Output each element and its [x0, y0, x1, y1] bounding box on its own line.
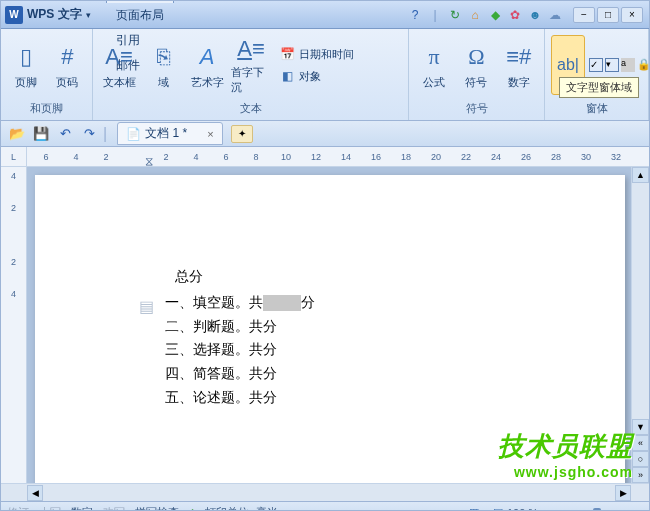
- indent-marker-icon[interactable]: ⧖: [145, 154, 153, 168]
- object-icon: ◧: [279, 68, 295, 84]
- ruler-tick: 28: [541, 152, 571, 162]
- prev-page-icon[interactable]: «: [632, 435, 649, 451]
- home-icon[interactable]: ⌂: [467, 7, 483, 23]
- ruler-tick: 6: [211, 152, 241, 162]
- doc-line: 五、论述题。共分: [165, 386, 625, 410]
- quick-access-toolbar: 📂 💾 ↶ ↷ | 📄 文档 1 * × ✦: [1, 121, 649, 147]
- horizontal-scrollbar[interactable]: ◀ ▶: [1, 483, 649, 501]
- ruler-tick: 8: [241, 152, 271, 162]
- browse-object-icon[interactable]: ○: [632, 451, 649, 467]
- ribbon-tab[interactable]: 页面布局: [106, 3, 174, 28]
- new-tab-button[interactable]: ✦: [231, 125, 253, 143]
- shading-form-icon[interactable]: a: [621, 58, 635, 72]
- group-label: 窗体: [551, 99, 642, 118]
- close-tab-button[interactable]: ×: [207, 128, 213, 140]
- ruler-tick: 4: [11, 289, 16, 299]
- scroll-down-icon[interactable]: ▼: [632, 419, 649, 435]
- horizontal-ruler: L ⧖6422468101214161820222426283032: [1, 147, 649, 167]
- zoom-value[interactable]: 100 %: [507, 507, 538, 512]
- vertical-scrollbar[interactable]: ▲ ▼ « ○ »: [631, 167, 649, 483]
- ruler-tick: 20: [421, 152, 451, 162]
- app-green-icon[interactable]: ◆: [487, 7, 503, 23]
- zoom-out-button[interactable]: −: [542, 507, 548, 512]
- dropcap-button[interactable]: A≡首字下沉: [231, 35, 271, 95]
- ruler-tick: 4: [181, 152, 211, 162]
- cloud-icon[interactable]: ☁: [547, 7, 563, 23]
- ruler-tick: 2: [11, 257, 16, 267]
- footer-icon: ▯: [10, 41, 42, 73]
- formula-button[interactable]: π公式: [415, 35, 453, 95]
- ruler-corner: L: [1, 147, 27, 166]
- omega-icon: Ω: [460, 41, 492, 73]
- vertical-ruler: 4224: [1, 167, 27, 483]
- scroll-left-icon[interactable]: ◀: [27, 485, 43, 501]
- group-label: 文本: [99, 99, 402, 118]
- status-unit-value[interactable]: 毫米: [256, 505, 278, 511]
- status-ovr[interactable]: 改写: [103, 505, 125, 511]
- help-icon[interactable]: ?: [407, 7, 423, 23]
- document-body[interactable]: 总分 一、填空题。共分二、判断题。共分三、选择题。共分四、简答题。共分五、论述题…: [165, 265, 625, 410]
- group-label: 和页脚: [7, 99, 86, 118]
- number-button[interactable]: ≡#数字: [500, 35, 538, 95]
- ruler-tick: 14: [331, 152, 361, 162]
- page-number-button[interactable]: #页码: [49, 35, 87, 95]
- separator: |: [427, 7, 443, 23]
- object-button[interactable]: ◧对象: [275, 66, 358, 86]
- textbox-button[interactable]: A≡文本框: [99, 35, 139, 95]
- open-button[interactable]: 📂: [7, 124, 27, 144]
- close-button[interactable]: ×: [621, 7, 643, 23]
- form-field[interactable]: [263, 295, 301, 311]
- save-button[interactable]: 💾: [31, 124, 51, 144]
- watermark: 技术员联盟 www.jsgho.com: [498, 429, 633, 480]
- doc-line: 三、选择题。共分: [165, 338, 625, 362]
- status-num[interactable]: 数字: [71, 505, 93, 511]
- document-tab[interactable]: 📄 文档 1 * ×: [117, 122, 222, 145]
- field-button[interactable]: ⎘域: [143, 35, 183, 95]
- status-caps[interactable]: 大写: [39, 505, 61, 511]
- scroll-right-icon[interactable]: ▶: [615, 485, 631, 501]
- refresh-icon[interactable]: ↻: [447, 7, 463, 23]
- next-page-icon[interactable]: »: [632, 467, 649, 483]
- footer-button[interactable]: ▯页脚: [7, 35, 45, 95]
- datetime-button[interactable]: 📅日期和时间: [275, 44, 358, 64]
- spell-icon[interactable]: ✓: [186, 506, 195, 511]
- doc-line: 二、判断题。共分: [165, 315, 625, 339]
- view-print-icon[interactable]: ▦: [469, 506, 479, 511]
- document-glyph-icon: ▤: [139, 297, 157, 315]
- pagenum-icon: #: [51, 41, 83, 73]
- app-menu-dropdown[interactable]: ▾: [86, 10, 98, 20]
- minimize-button[interactable]: −: [573, 7, 595, 23]
- watermark-title: 技术员联盟: [498, 429, 633, 464]
- zoom-in-button[interactable]: +: [637, 507, 643, 512]
- user-icon[interactable]: ☻: [527, 7, 543, 23]
- undo-button[interactable]: ↶: [55, 124, 75, 144]
- redo-button[interactable]: ↷: [79, 124, 99, 144]
- wordart-button[interactable]: A艺术字: [187, 35, 227, 95]
- ruler-tick: 32: [601, 152, 631, 162]
- doc-heading: 总分: [175, 265, 625, 289]
- status-unit-label: 打印单位:: [205, 505, 252, 511]
- watermark-url: www.jsgho.com: [498, 464, 633, 480]
- ribbon: ▯页脚 #页码 和页脚 A≡文本框 ⎘域 A艺术字 A≡首字下沉 📅日期和时间 …: [1, 29, 649, 121]
- lock-form-icon[interactable]: 🔒: [637, 58, 650, 72]
- symbol-button[interactable]: Ω符号: [457, 35, 495, 95]
- status-spell-label: 拼写检查:: [135, 505, 182, 511]
- ruler-tick: 22: [451, 152, 481, 162]
- title-icon-strip: ? | ↻ ⌂ ◆ ✿ ☻ ☁ − □ ×: [407, 7, 649, 23]
- dropdown-form-icon[interactable]: ▾: [605, 58, 619, 72]
- ruler-tick: 4: [61, 152, 91, 162]
- ruler-tick: 10: [271, 152, 301, 162]
- ruler-tick: 18: [391, 152, 421, 162]
- status-rev[interactable]: 修订: [7, 505, 29, 511]
- maximize-button[interactable]: □: [597, 7, 619, 23]
- flower-icon[interactable]: ✿: [507, 7, 523, 23]
- group-label: 符号: [415, 99, 538, 118]
- ruler-tick: 16: [361, 152, 391, 162]
- view-web-icon[interactable]: ▤: [493, 506, 503, 511]
- view-outline-icon[interactable]: ≡: [483, 507, 489, 512]
- checkbox-form-icon[interactable]: ✓: [589, 58, 603, 72]
- separator: |: [103, 125, 107, 143]
- doc-icon: 📄: [126, 127, 141, 141]
- calendar-icon: 📅: [279, 46, 295, 62]
- scroll-up-icon[interactable]: ▲: [632, 167, 649, 183]
